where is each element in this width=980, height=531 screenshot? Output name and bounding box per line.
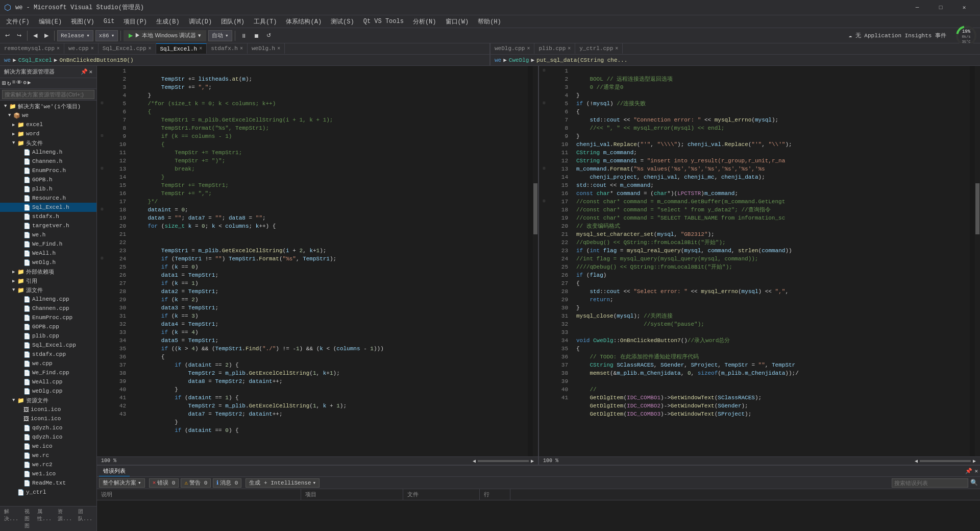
se-props-btn[interactable]: ⚙ bbox=[23, 79, 27, 87]
tree-allneng-cpp[interactable]: 📄Allneng.cpp bbox=[0, 295, 96, 304]
menu-build[interactable]: 生成(B) bbox=[152, 16, 184, 27]
tree-qdyzhb[interactable]: 📄qdyzh.ico bbox=[0, 432, 96, 442]
scrollbar-right[interactable] bbox=[975, 66, 980, 456]
zoom-scroll-left2[interactable]: ◀ bbox=[915, 458, 918, 464]
tree-wefind-cpp[interactable]: 📄We_Find.cpp bbox=[0, 368, 96, 377]
warnings-filter[interactable]: ⚠ 警告 0 bbox=[181, 478, 211, 488]
tab-sqlexcelcpp[interactable]: Sql_Excel.cpp × bbox=[99, 43, 156, 54]
bottom-panel-pin[interactable]: 📌 bbox=[965, 468, 972, 474]
se-tab-solution[interactable]: 解决... bbox=[2, 508, 20, 530]
collapse-icon-5[interactable]: ⊟ bbox=[97, 254, 107, 262]
tree-enumproc-h[interactable]: 📄EnumProc.h bbox=[0, 166, 96, 175]
tree-wefind-h[interactable]: 📄We_Find.h bbox=[0, 239, 96, 249]
close-button[interactable]: ✕ bbox=[952, 0, 976, 15]
run-mode-dropdown[interactable]: 自动 ▾ bbox=[208, 30, 232, 41]
menu-team[interactable]: 团队(M) bbox=[217, 16, 249, 27]
col-desc[interactable]: 说明 bbox=[97, 489, 301, 500]
tree-channen-cpp[interactable]: 📄Channen.cpp bbox=[0, 304, 96, 313]
scope-dropdown[interactable]: 整个解决方案 ▾ bbox=[99, 478, 145, 488]
menu-view[interactable]: 视图(V) bbox=[67, 16, 99, 27]
scrollbar-thumb-left[interactable] bbox=[533, 183, 537, 234]
tab-stdafx[interactable]: stdafx.h × bbox=[207, 43, 248, 54]
scrollbar-left[interactable] bbox=[533, 66, 538, 456]
collapse-icon-1[interactable]: ⊟ bbox=[97, 99, 107, 107]
collapse-icon-r3[interactable]: ⊟ bbox=[539, 164, 549, 172]
menu-help[interactable]: 帮助(H) bbox=[474, 16, 505, 27]
menu-arch[interactable]: 体系结构(A) bbox=[282, 16, 326, 27]
tree-weall-cpp[interactable]: 📄WeAll.cpp bbox=[0, 377, 96, 387]
tree-stdafx-h[interactable]: 📄stdafx.h bbox=[0, 212, 96, 221]
tree-qdyzha[interactable]: 📄qdyzh.ico bbox=[0, 423, 96, 432]
tree-word[interactable]: ▶📁word bbox=[0, 129, 96, 138]
tree-readme[interactable]: 📄ReadMe.txt bbox=[0, 478, 96, 488]
tree-allneng-h[interactable]: 📄Allneng.h bbox=[0, 148, 96, 157]
se-collapse-btn[interactable]: ≡ bbox=[12, 79, 16, 87]
collapse-icon-r2[interactable]: ⊟ bbox=[539, 99, 549, 107]
tree-extern-deps[interactable]: ▶📁外部依赖项 bbox=[0, 267, 96, 276]
se-tab-props[interactable]: 属性... bbox=[35, 508, 54, 530]
menu-debug[interactable]: 调试(D) bbox=[185, 16, 216, 27]
config-dropdown[interactable]: Release ▾ bbox=[57, 30, 93, 41]
menu-analyze[interactable]: 分析(N) bbox=[409, 16, 440, 27]
run-button[interactable]: ▶ ▶ 本地 Windows 调试器 ▾ bbox=[124, 30, 206, 41]
tree-icon1b[interactable]: 🖼icon1.ico bbox=[0, 414, 96, 423]
se-tab-resources[interactable]: 资源... bbox=[56, 508, 74, 530]
tab-yctrl[interactable]: y_ctrl.cpp × bbox=[575, 43, 623, 54]
build-filter[interactable]: 生成 + IntelliSense ▾ bbox=[246, 478, 320, 488]
error-search-input[interactable] bbox=[892, 478, 968, 488]
tree-targetver-h[interactable]: 📄targetver.h bbox=[0, 221, 96, 230]
tree-stdafx-cpp[interactable]: 📄stdafx.cpp bbox=[0, 350, 96, 359]
toolbar-forward[interactable]: ▶ bbox=[41, 30, 52, 41]
tree-headers[interactable]: ▼📁头文件 bbox=[0, 138, 96, 148]
minimize-button[interactable]: ─ bbox=[905, 0, 929, 15]
tree-we-rc[interactable]: 📄we.rc bbox=[0, 451, 96, 460]
toolbar-redo[interactable]: ↪ bbox=[14, 30, 24, 41]
se-tab-view[interactable]: 视图图 bbox=[22, 508, 33, 530]
menu-file[interactable]: 文件(F) bbox=[2, 16, 34, 27]
tree-excel[interactable]: ▶📁excel bbox=[0, 120, 96, 129]
tree-we1-ico[interactable]: 📄we1.ico bbox=[0, 469, 96, 478]
maximize-button[interactable]: □ bbox=[929, 0, 952, 15]
tab-remotemysql[interactable]: remotemysql.cpp × bbox=[0, 43, 64, 54]
tree-we-ico[interactable]: 📄we.ico bbox=[0, 442, 96, 451]
tree-yctrl[interactable]: 📄y_ctrl bbox=[0, 488, 96, 497]
menu-edit[interactable]: 编辑(E) bbox=[35, 16, 66, 27]
se-search-input[interactable] bbox=[2, 90, 94, 99]
se-show-all-btn[interactable]: 👁 bbox=[16, 79, 22, 87]
se-new-solution-btn[interactable]: ⊞ bbox=[2, 79, 6, 87]
platform-dropdown[interactable]: x86 ▾ bbox=[95, 30, 118, 41]
tab-wecpp[interactable]: we.cpp × bbox=[64, 43, 99, 54]
tree-we-cpp[interactable]: 📄we.cpp bbox=[0, 359, 96, 368]
se-preview-btn[interactable]: ▶ bbox=[28, 79, 31, 87]
tree-sqlexcel-h[interactable]: 📄Sql_Excel.h bbox=[0, 203, 96, 212]
collapse-icon-r1[interactable]: ⊟ bbox=[539, 66, 549, 74]
zoom-scroll-right[interactable]: ▶ bbox=[531, 458, 534, 464]
tree-gopb-h[interactable]: 📄GOPB.h bbox=[0, 175, 96, 184]
tree-enumproc-cpp[interactable]: 📄EnumProc.cpp bbox=[0, 313, 96, 322]
se-pin[interactable]: 📌 bbox=[81, 68, 88, 75]
tree-we-project[interactable]: ▼📦we bbox=[0, 111, 96, 120]
collapse-icon-3[interactable]: ⊟ bbox=[97, 164, 107, 172]
toolbar-back[interactable]: ◀ bbox=[30, 30, 40, 41]
zoom-scroll-left[interactable]: ◀ bbox=[473, 458, 476, 464]
collapse-icon-2[interactable]: ⊟ bbox=[97, 131, 107, 139]
code-content-right[interactable]: BOOL // 远程连接选型返回选项 0 //通常是0 } if (!mysql… bbox=[572, 66, 970, 456]
tree-plib-cpp[interactable]: 📄plib.cpp bbox=[0, 331, 96, 341]
tab-wedlgh[interactable]: weDlg.h × bbox=[248, 43, 285, 54]
tab-sqlexcelh[interactable]: Sql_Excel.h × bbox=[156, 43, 207, 54]
tab-error-list[interactable]: 错误列表 bbox=[99, 466, 130, 476]
tree-sources[interactable]: ▼📁源文件 bbox=[0, 285, 96, 295]
tree-wedlg-cpp[interactable]: 📄weDlg.cpp bbox=[0, 387, 96, 396]
se-refresh-btn[interactable]: ↻ bbox=[7, 79, 11, 87]
errors-filter[interactable]: × 错误 0 bbox=[149, 478, 179, 488]
tree-sqlexcel-cpp[interactable]: 📄Sql_Excel.cpp bbox=[0, 341, 96, 350]
messages-filter[interactable]: ℹ 消息 0 bbox=[213, 478, 241, 488]
menu-qt[interactable]: Qt VS Tools bbox=[359, 16, 408, 27]
scrollbar-thumb-right[interactable] bbox=[975, 183, 979, 234]
col-file[interactable]: 文件 bbox=[403, 489, 480, 500]
tree-solution[interactable]: ▼📁解决方案'we'(1个项目) bbox=[0, 102, 96, 111]
tree-channen-h[interactable]: 📄Channen.h bbox=[0, 157, 96, 166]
tree-icon1a[interactable]: 🖼icon1.ico bbox=[0, 405, 96, 414]
se-close[interactable]: ✕ bbox=[89, 68, 92, 75]
toolbar-pause[interactable]: ⏸ bbox=[238, 30, 250, 41]
